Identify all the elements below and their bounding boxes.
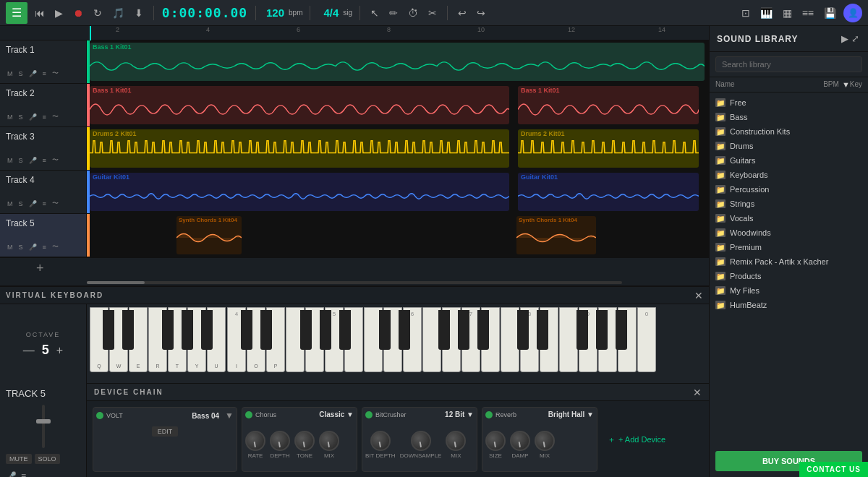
- keyboard-close-button[interactable]: ✕: [694, 290, 703, 301]
- track1-clip[interactable]: Bass 1 Kit01: [90, 43, 705, 81]
- library-item-construction-kits[interactable]: 📁 Construction Kits: [710, 124, 868, 139]
- track5-mute[interactable]: M: [6, 243, 14, 252]
- download-button[interactable]: ⬇: [132, 6, 146, 20]
- track4-mute[interactable]: M: [6, 199, 14, 208]
- record-button[interactable]: ⏺: [70, 6, 86, 20]
- knob-depth[interactable]: [270, 431, 290, 451]
- library-item-free[interactable]: 📁 Free: [710, 95, 868, 110]
- piano-black-key-fs4[interactable]: [300, 310, 312, 350]
- track4-solo[interactable]: S: [17, 199, 25, 208]
- knob-tone[interactable]: [294, 431, 315, 451]
- library-item-my-files[interactable]: 📁 My Files: [710, 283, 868, 298]
- track5-wave[interactable]: 〜: [51, 241, 60, 252]
- track3-mute[interactable]: M: [6, 156, 14, 165]
- library-item-vocals[interactable]: 📁 Vocals: [710, 211, 868, 225]
- eq-button[interactable]: ≡≡: [799, 6, 817, 20]
- device-bitcrusher-power[interactable]: [365, 411, 373, 418]
- save-button[interactable]: 💾: [821, 6, 839, 20]
- device-chain-close-button[interactable]: ✕: [693, 387, 702, 398]
- piano-black-key-cs4[interactable]: [241, 310, 252, 350]
- loop-button[interactable]: ↻: [90, 6, 105, 20]
- track5-clip2[interactable]: Synth Chords 1 Kit04: [516, 216, 596, 254]
- piano-black-key-cs3[interactable]: [103, 310, 114, 350]
- track3-solo[interactable]: S: [17, 156, 25, 165]
- track3-clip2[interactable]: Drums 2 Kit01: [518, 129, 699, 168]
- octave-decrease-button[interactable]: —: [23, 344, 35, 357]
- track3-eq[interactable]: ≡: [41, 156, 48, 165]
- library-item-bass[interactable]: 📁 Bass: [710, 110, 868, 124]
- library-play-button[interactable]: ▶: [840, 32, 850, 46]
- knob-size[interactable]: [485, 431, 506, 451]
- piano-key-f6[interactable]: [559, 307, 578, 372]
- piano-black-key-gs5[interactable]: [458, 310, 469, 350]
- piano-black-key-as3[interactable]: [201, 310, 213, 350]
- piano-black-key-as4[interactable]: [339, 310, 351, 350]
- user-avatar[interactable]: 👤: [843, 4, 862, 22]
- timer-tool-button[interactable]: ⏱: [405, 6, 421, 20]
- fader-handle[interactable]: [36, 419, 51, 424]
- library-item-products[interactable]: 📁 Products: [710, 269, 868, 283]
- device-chorus-power[interactable]: [245, 411, 252, 418]
- piano-black-key-ds5[interactable]: [399, 310, 410, 350]
- tracks-container[interactable]: Track 1 M S 🎤 ≡ 〜 Bass 1 Kit01: [0, 40, 709, 280]
- library-item-percussion[interactable]: 📁 Percussion: [710, 182, 868, 197]
- redo-button[interactable]: ↪: [474, 6, 488, 20]
- menu-button[interactable]: ☰: [6, 2, 27, 24]
- contact-us-button[interactable]: CONTACT US: [799, 462, 868, 477]
- octave-increase-button[interactable]: +: [56, 344, 63, 357]
- library-item-strings[interactable]: 📁 Strings: [710, 197, 868, 211]
- knob-bitdepth[interactable]: [370, 431, 391, 451]
- library-item-humbeatz[interactable]: 📁 HumBeatz: [710, 298, 868, 312]
- track4-record[interactable]: 🎤: [27, 199, 38, 208]
- piano-black-key-ds6[interactable]: [537, 310, 548, 350]
- track2-mute[interactable]: M: [6, 113, 14, 121]
- piano-black-key-gs6[interactable]: [596, 310, 608, 350]
- select-tool-button[interactable]: ↖: [367, 6, 382, 20]
- tracks-scrollbar[interactable]: [0, 280, 709, 285]
- track3-wave[interactable]: 〜: [51, 155, 60, 166]
- track4-clip1[interactable]: Guitar Kit01: [90, 173, 509, 211]
- knob-downsample[interactable]: [411, 431, 431, 451]
- track4-clip2[interactable]: Guitar Kit01: [518, 173, 699, 211]
- track5-mic-icon[interactable]: 🎤: [6, 471, 17, 477]
- piano-button[interactable]: 🎹: [757, 6, 775, 20]
- library-item-drums[interactable]: 📁 Drums: [710, 139, 868, 153]
- device-chorus-preset[interactable]: Classic ▼: [319, 411, 354, 418]
- add-track-button[interactable]: +: [36, 261, 44, 276]
- track3-record[interactable]: 🎤: [27, 156, 38, 165]
- track5-fader[interactable]: [42, 405, 45, 448]
- piano-key-c7[interactable]: 0: [637, 307, 656, 372]
- knob-rate[interactable]: [245, 431, 265, 451]
- piano-black-key-ds3[interactable]: [122, 310, 134, 350]
- piano-black-key-cs6[interactable]: [517, 310, 529, 350]
- undo-button[interactable]: ↩: [455, 6, 469, 20]
- add-device-button[interactable]: ＋ + Add Device: [602, 429, 671, 451]
- library-item-woodwinds[interactable]: 📁 Woodwinds: [710, 225, 868, 240]
- piano-black-key-fs5[interactable]: [438, 310, 450, 350]
- knob-damp[interactable]: [510, 431, 530, 451]
- device-bitcrusher-preset[interactable]: 12 Bit ▼: [445, 411, 474, 418]
- track1-mute[interactable]: M: [6, 69, 14, 78]
- track4-wave[interactable]: 〜: [51, 198, 60, 209]
- metro-button[interactable]: 🎵: [109, 6, 127, 20]
- rewind-button[interactable]: ⏮: [32, 6, 48, 20]
- track2-clip1[interactable]: Bass 1 Kit01: [90, 86, 509, 124]
- library-item-remix-pack[interactable]: 📁 Remix Pack - Artik x Kacher: [710, 254, 868, 269]
- track1-wave[interactable]: 〜: [51, 68, 60, 79]
- device-reverb-power[interactable]: [485, 411, 493, 418]
- track5-eq[interactable]: ≡: [41, 243, 48, 252]
- piano-black-key-gs3[interactable]: [182, 310, 193, 350]
- piano-black-key-gs4[interactable]: [320, 310, 331, 350]
- device-reverb-preset[interactable]: Bright Hall ▼: [548, 411, 594, 418]
- knob-chorus-mix[interactable]: [319, 431, 339, 451]
- play-button[interactable]: ▶: [52, 6, 66, 20]
- track1-solo[interactable]: S: [17, 69, 25, 78]
- piano-black-key-fs6[interactable]: [576, 310, 588, 350]
- piano-black-key-as6[interactable]: [616, 310, 627, 350]
- piano-black-key-fs3[interactable]: [162, 310, 174, 350]
- track2-eq[interactable]: ≡: [41, 113, 48, 121]
- grid-button[interactable]: ▦: [780, 6, 795, 20]
- piano-black-key-cs5[interactable]: [379, 310, 391, 350]
- device-volt-arrow[interactable]: ▼: [225, 411, 234, 421]
- track5-mute-button[interactable]: MUTE: [6, 454, 32, 464]
